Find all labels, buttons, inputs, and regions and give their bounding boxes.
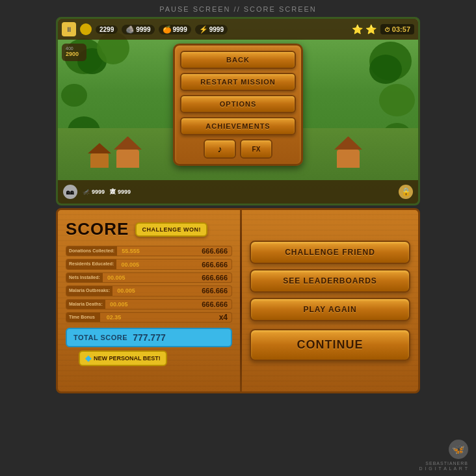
score-row-outbreaks: Malaria Outbreaks: 00.005 666.666 [66,285,232,296]
score-row-donations: Donations Collected: 55.555 666.666 [66,246,232,256]
game-timer: ⏱ 03:57 [380,24,414,34]
row-num-outbreaks: 00.005 [115,287,137,294]
row-val-outbreaks: 666.666 [202,287,231,295]
score-row-time-bonus: Time Bonus 02.35 x4 [66,312,232,323]
watermark-logo: 🦋 [449,440,468,459]
total-score-value: 777.777 [133,332,166,343]
score-title: SCORE [66,219,129,239]
bottom-resource-2: 🕸 9999 [110,189,131,195]
bottom-hud: 🏘 🦟 9999 🕸 9999 🔒 [58,180,418,204]
achievements-button[interactable]: ACHIEVEMENTS [180,117,296,135]
row-label-nets: Nets Installed: [66,273,103,282]
row-val-residents: 666.666 [202,261,231,269]
diamond-icon: ◆ [85,354,91,363]
coin-icon [80,23,92,35]
total-score-bar: TOTAL SCORE 777.777 [66,328,232,347]
row-val-donations: 666.666 [202,247,231,255]
top-hud: ⏸ 2299 🪨 9999 🍊 9999 ⚡ 9999 ⭐ ⭐ ⏱ 03:57 [58,19,418,40]
row-label-outbreaks: Malaria Outbreaks: [66,286,112,295]
restart-mission-button[interactable]: RESTART MISSION [180,73,296,91]
pause-menu: BACK RESTART MISSION OPTIONS ACHIEVEMENT… [173,44,303,166]
row-label-deaths: Malaria Deaths: [66,300,105,309]
pause-button[interactable]: ⏸ [62,22,76,36]
row-num-nets: 00.005 [105,274,127,281]
score-row-residents: Residents Educated: 00.005 666.666 [66,259,232,269]
row-num-residents: 00.005 [119,261,141,268]
energy-resource: ⚡ 9999 [195,25,228,34]
watermark: 🦋 SEBASTIANERB D I G I T A L A R T [419,440,468,471]
pause-screen: ⏸ 2299 🪨 9999 🍊 9999 ⚡ 9999 ⭐ ⭐ ⏱ 03:57 … [56,17,420,205]
stone-resource: 🪨 9999 [122,25,154,34]
watermark-subtitle: D I G I T A L A R T [419,466,468,471]
row-label-residents: Residents Educated: [66,259,116,269]
fruit-resource: 🍊 9999 [159,25,191,34]
music-button[interactable]: ♪ [204,139,236,159]
player-avatar: 🏘 [63,185,77,199]
score-left-panel: SCORE CHALLENGE WON! Donations Collected… [58,210,240,391]
score-rows: Donations Collected: 55.555 666.666 Resi… [66,246,232,323]
row-label-time-bonus: Time Bonus [66,313,100,322]
play-again-button[interactable]: PLAY AGAIN [250,298,410,321]
score-right-panel: CHALLENGE FRIEND SEE LEADERBOARDS PLAY A… [242,210,418,391]
left-stat-panel: 400 2900 [62,44,86,61]
row-num-time-bonus: 02.35 [103,314,125,321]
total-score-label: TOTAL SCORE [73,334,127,341]
challenge-friend-button[interactable]: CHALLENGE FRIEND [250,241,410,264]
fx-button[interactable]: FX [240,139,272,159]
options-button[interactable]: OPTIONS [180,95,296,113]
page-title: PAUSE SCREEN // SCORE SCREEN [159,5,317,13]
row-num-donations: 55.555 [120,248,142,254]
challenge-won-badge: CHALLENGE WON! [135,222,207,237]
row-mult-time-bonus: x4 [219,313,231,322]
score-row-nets: Nets Installed: 00.005 666.666 [66,272,232,283]
lock-icon[interactable]: 🔒 [399,185,413,199]
icon-button-row: ♪ FX [180,139,296,159]
row-num-deaths: 00.005 [108,301,130,308]
score-row-deaths: Malaria Deaths: 00.005 666.666 [66,299,232,310]
watermark-name: SEBASTIANERB [425,461,468,466]
row-label-donations: Donations Collected: [66,246,117,256]
row-val-deaths: 666.666 [202,300,231,308]
score-header: SCORE CHALLENGE WON! [66,219,232,239]
see-leaderboards-button[interactable]: SEE LEADERBOARDS [250,269,410,293]
row-val-nets: 666.666 [202,274,231,282]
score-screen: SCORE CHALLENGE WON! Donations Collected… [56,208,420,393]
bottom-resource-1: 🦟 9999 [83,189,105,195]
back-button[interactable]: BACK [180,51,296,69]
coin-resource: 2299 [96,25,118,34]
continue-button[interactable]: CONTINUE [250,329,410,361]
personal-best-badge: ◆ NEW PERSONAL BEST! [79,350,167,366]
